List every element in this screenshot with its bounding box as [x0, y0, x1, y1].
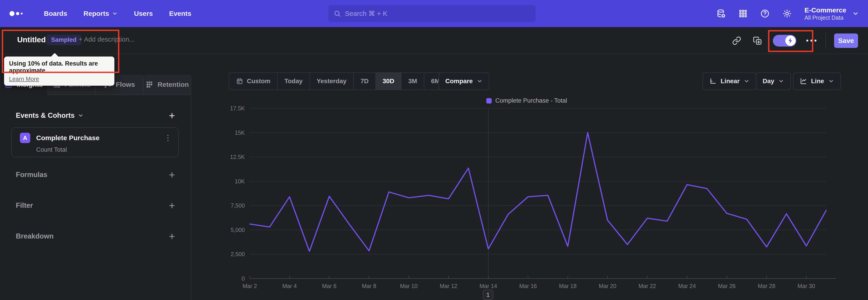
series-line-complete-purchase[interactable] — [250, 133, 826, 251]
global-search[interactable] — [328, 5, 536, 22]
sampling-tooltip-text: Using 10% of data. Results are approxima… — [9, 60, 110, 74]
nav-item-label: Users — [134, 10, 153, 18]
x-axis-label: Mar 18 — [559, 283, 577, 289]
compare-label: Compare — [445, 78, 473, 85]
report-title[interactable]: Untitled — [17, 35, 46, 44]
range-label: Today — [284, 78, 303, 85]
top-nav: Boards Reports Users Events — [0, 0, 868, 27]
header-actions: Save — [720, 27, 858, 54]
x-axis-label: Mar 8 — [362, 283, 376, 289]
chevron-down-icon — [828, 78, 834, 84]
sampling-tooltip: Using 10% of data. Results are approxima… — [4, 57, 114, 86]
y-axis-label: 5,000 — [230, 227, 245, 233]
chevron-down-icon — [112, 11, 118, 17]
y-axis-label: 7,500 — [230, 202, 245, 209]
project-scope: All Project Data — [804, 14, 846, 21]
range-3m[interactable]: 3M — [401, 73, 424, 90]
chevron-down-icon — [852, 10, 859, 17]
tab-label: Retention — [158, 81, 189, 88]
range-today[interactable]: Today — [278, 73, 310, 90]
nav-item-label: Reports — [84, 10, 109, 18]
tab-label: Flows — [116, 81, 135, 88]
y-axis-label: 12.5K — [230, 154, 245, 160]
chevron-down-icon — [477, 78, 483, 84]
copy-report-icon[interactable] — [753, 36, 762, 45]
interval-selector[interactable]: Day — [756, 72, 791, 90]
project-name: E-Commerce — [804, 6, 846, 14]
scale-label: Linear — [721, 78, 740, 85]
range-30d[interactable]: 30D — [376, 73, 401, 90]
line-chart-icon — [800, 78, 807, 85]
learn-more-link[interactable]: Learn More — [9, 76, 39, 83]
x-axis-label: Mar 10 — [400, 283, 418, 289]
linear-scale-icon — [709, 78, 717, 85]
x-axis-label: Mar 12 — [440, 283, 457, 289]
chart-legend[interactable]: Complete Purchase - Total — [486, 97, 567, 104]
add-description-field[interactable]: + Add description... — [79, 36, 134, 43]
x-axis-label: Mar 2 — [243, 283, 257, 289]
project-switcher[interactable]: E-Commerce All Project Data — [804, 6, 859, 21]
chevron-down-icon — [744, 78, 749, 84]
chevron-down-icon — [778, 78, 784, 84]
range-7d[interactable]: 7D — [354, 73, 376, 90]
y-axis-label: 0 — [242, 275, 245, 282]
sampled-badge[interactable]: Sampled — [46, 35, 81, 45]
range-label: Custom — [247, 78, 270, 85]
x-axis-label: Mar 4 — [282, 283, 297, 289]
y-axis-label: 2,500 — [230, 251, 245, 257]
apps-grid-icon[interactable] — [739, 9, 747, 18]
nav-item-reports[interactable]: Reports — [84, 10, 118, 18]
sampling-toggle[interactable] — [773, 35, 796, 47]
search-input[interactable] — [345, 10, 530, 18]
date-range-control: Custom Today Yesterday 7D 30D 3M 6M 12M — [229, 72, 473, 90]
report-header: Untitled Sampled + Add description... Sa… — [0, 27, 868, 54]
compare-button[interactable]: Compare — [438, 72, 489, 90]
legend-swatch — [486, 98, 492, 103]
lightning-bolt-icon — [787, 37, 794, 44]
help-icon[interactable] — [760, 9, 770, 18]
chart-type-label: Line — [811, 78, 824, 85]
y-axis-label: 17.5K — [230, 105, 245, 112]
range-yesterday[interactable]: Yesterday — [310, 73, 354, 90]
pagination-page-1[interactable]: 1 — [483, 290, 493, 300]
nav-item-boards[interactable]: Boards — [44, 10, 67, 18]
insights-report-app: Boards Reports Users Events — [0, 0, 868, 300]
x-axis-label: Mar 22 — [639, 283, 656, 289]
calendar-icon — [236, 78, 243, 85]
nav-item-label: Boards — [44, 10, 67, 18]
range-label: 3M — [408, 78, 417, 85]
nav-item-users[interactable]: Users — [134, 10, 153, 18]
save-button[interactable]: Save — [834, 33, 858, 48]
x-axis-label: Mar 6 — [322, 283, 337, 289]
search-icon — [334, 10, 341, 18]
legend-label: Complete Purchase - Total — [495, 97, 567, 104]
settings-gear-icon[interactable] — [782, 9, 792, 18]
scale-selector[interactable]: Linear — [703, 72, 756, 90]
range-label: Yesterday — [317, 78, 346, 85]
x-axis-label: Mar 24 — [678, 283, 696, 289]
more-options-icon[interactable] — [806, 39, 816, 41]
sampling-toggle-knob — [785, 35, 796, 46]
mixpanel-logo-icon[interactable] — [9, 11, 28, 16]
nav-right-cluster: E-Commerce All Project Data — [716, 0, 859, 27]
x-axis-label: Mar 14 — [479, 283, 497, 289]
y-axis-label: 15K — [235, 129, 245, 136]
chart-type-selector[interactable]: Line — [793, 72, 841, 90]
range-label: 7D — [361, 78, 369, 85]
nav-item-label: Events — [169, 10, 191, 18]
x-axis-label: Mar 30 — [798, 283, 815, 289]
interval-label: Day — [763, 78, 774, 85]
data-management-icon[interactable] — [716, 9, 726, 18]
copy-link-icon[interactable] — [732, 36, 741, 45]
header-divider — [826, 33, 826, 49]
range-label: 30D — [383, 78, 394, 85]
retention-icon — [145, 81, 153, 89]
range-custom[interactable]: Custom — [229, 73, 278, 90]
x-axis-label: Mar 26 — [718, 283, 736, 289]
x-axis-label: Mar 20 — [599, 283, 616, 289]
y-axis-label: 10K — [235, 178, 245, 184]
tab-retention[interactable]: Retention — [144, 74, 191, 95]
x-axis-label: Mar 16 — [519, 283, 537, 289]
x-axis-label: Mar 28 — [758, 283, 775, 289]
nav-item-events[interactable]: Events — [169, 10, 191, 18]
